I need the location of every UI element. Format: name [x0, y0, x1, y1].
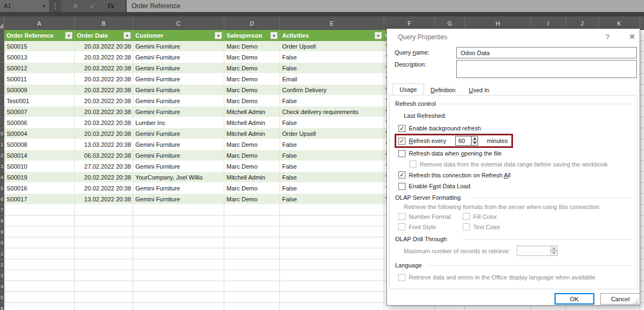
- row-header-25[interactable]: 5: [0, 292, 4, 303]
- cell-activities[interactable]: False: [280, 96, 384, 106]
- cell[interactable]: [75, 270, 133, 281]
- cell[interactable]: [75, 281, 133, 292]
- cell[interactable]: [224, 303, 280, 310]
- name-box[interactable]: A1 ▾: [0, 0, 49, 12]
- spin-down-icon[interactable]: [472, 141, 478, 146]
- cell[interactable]: [75, 303, 133, 310]
- filter-button[interactable]: ▼: [65, 32, 73, 39]
- column-header-E[interactable]: E: [280, 16, 384, 30]
- cell[interactable]: [133, 237, 224, 248]
- cell-order-reference[interactable]: S00008: [4, 139, 75, 150]
- cell-salesperson[interactable]: Marc Demo: [224, 183, 280, 194]
- cell-order-reference[interactable]: S00007: [4, 106, 75, 117]
- cell[interactable]: [280, 216, 384, 226]
- cell[interactable]: [224, 216, 280, 226]
- cell-order-reference[interactable]: S00013: [4, 52, 75, 63]
- close-icon[interactable]: ✕: [627, 32, 637, 41]
- cell-order-reference[interactable]: S00017: [4, 194, 75, 205]
- cell[interactable]: [75, 205, 133, 216]
- row-header-3[interactable]: [0, 52, 4, 63]
- cell-salesperson[interactable]: Mitchell Admin: [224, 172, 280, 183]
- row-header-13[interactable]: 3: [0, 161, 4, 172]
- refresh-interval-spinner[interactable]: [471, 136, 478, 146]
- cell[interactable]: [133, 303, 224, 310]
- cell[interactable]: [280, 303, 384, 310]
- cell[interactable]: [133, 226, 224, 237]
- cell-salesperson[interactable]: Mitchell Admin: [224, 128, 280, 139]
- row-header-21[interactable]: 1: [0, 248, 4, 259]
- row-header-19[interactable]: 9: [0, 226, 4, 237]
- cell[interactable]: [280, 270, 384, 281]
- cell-customer[interactable]: YourCompany, Joel Willis: [133, 172, 224, 183]
- cell-order-date[interactable]: 20.03.2022 20:38: [75, 63, 133, 74]
- cell[interactable]: [4, 270, 75, 281]
- cell[interactable]: [4, 303, 75, 310]
- filter-button[interactable]: ▼: [123, 32, 131, 39]
- name-box-dropdown-icon[interactable]: ▾: [43, 3, 49, 9]
- cell-salesperson[interactable]: Marc Demo: [224, 194, 280, 205]
- row-header-17[interactable]: 7: [0, 205, 4, 216]
- cell[interactable]: [280, 292, 384, 303]
- cell-order-date[interactable]: 20.03.2022 20:38: [75, 41, 133, 52]
- row-header-22[interactable]: 2: [0, 259, 4, 270]
- cell-customer[interactable]: Gemini Furniture: [133, 96, 224, 106]
- tab-definition[interactable]: Definition: [424, 85, 462, 95]
- cell[interactable]: [75, 248, 133, 259]
- cell-order-date[interactable]: 20.03.2022 20:38: [75, 106, 133, 117]
- refresh-interval-input[interactable]: 60: [455, 136, 471, 146]
- row-header-23[interactable]: 3: [0, 270, 4, 281]
- column-header-A[interactable]: A: [4, 16, 75, 30]
- cell-order-date[interactable]: 20.03.2022 20:38: [75, 74, 133, 85]
- filter-button[interactable]: ▼: [214, 32, 222, 39]
- row-header-9[interactable]: [0, 117, 4, 128]
- cell-order-reference[interactable]: S00006: [4, 117, 75, 128]
- query-name-input[interactable]: Odoo Data: [456, 47, 637, 58]
- cell[interactable]: [75, 216, 133, 226]
- insert-function-icon[interactable]: fx: [107, 2, 114, 10]
- cell-customer[interactable]: Gemini Furniture: [133, 106, 224, 117]
- cell-activities[interactable]: Confirm Delivery: [280, 85, 384, 96]
- cell-customer[interactable]: Gemini Furniture: [133, 74, 224, 85]
- cell[interactable]: [224, 248, 280, 259]
- row-header-14[interactable]: 4: [0, 172, 4, 183]
- cell-customer[interactable]: Gemini Furniture: [133, 183, 224, 194]
- cell-order-reference[interactable]: S00009: [4, 85, 75, 96]
- cell[interactable]: [224, 226, 280, 237]
- row-header-15[interactable]: 5: [0, 183, 4, 194]
- cell[interactable]: [4, 248, 75, 259]
- cell[interactable]: [280, 205, 384, 216]
- row-header-5[interactable]: [0, 74, 4, 85]
- cell-activities[interactable]: False: [280, 194, 384, 205]
- cell[interactable]: [133, 259, 224, 270]
- cell-order-date[interactable]: 20.03.2022 20:38: [75, 128, 133, 139]
- cell-activities[interactable]: False: [280, 117, 384, 128]
- cell-customer[interactable]: Lumber Inc: [133, 117, 224, 128]
- cell-order-date[interactable]: 20.02.2022 20:38: [75, 183, 133, 194]
- cell[interactable]: [280, 259, 384, 270]
- row-header-24[interactable]: 4: [0, 281, 4, 292]
- cell-order-reference[interactable]: S00014: [4, 150, 75, 161]
- cell-order-date[interactable]: 20.03.2022 20:38: [75, 52, 133, 63]
- header-customer[interactable]: Customer▼: [133, 30, 224, 41]
- cell-order-reference[interactable]: S00015: [4, 41, 75, 52]
- formula-bar-splitter[interactable]: ⋮: [49, 0, 61, 12]
- cell[interactable]: [75, 237, 133, 248]
- cell[interactable]: [280, 248, 384, 259]
- cell[interactable]: [224, 281, 280, 292]
- description-input[interactable]: [456, 60, 637, 78]
- cell[interactable]: [4, 237, 75, 248]
- cell-salesperson[interactable]: Mitchell Admin: [224, 117, 280, 128]
- row-header-1[interactable]: [0, 30, 4, 41]
- header-order-reference[interactable]: Order Reference▼: [4, 30, 75, 41]
- cell-salesperson[interactable]: Marc Demo: [224, 41, 280, 52]
- cell-order-reference[interactable]: S00019: [4, 172, 75, 183]
- cell-salesperson[interactable]: Marc Demo: [224, 74, 280, 85]
- cell[interactable]: [224, 259, 280, 270]
- cell-order-date[interactable]: 27.02.2022 20:38: [75, 161, 133, 172]
- formula-input[interactable]: Order Reference: [127, 0, 644, 12]
- cell-customer[interactable]: Gemini Furniture: [133, 52, 224, 63]
- cell[interactable]: [224, 237, 280, 248]
- cancel-entry-icon[interactable]: ✕: [73, 2, 78, 10]
- cell[interactable]: [133, 292, 224, 303]
- cell[interactable]: [75, 259, 133, 270]
